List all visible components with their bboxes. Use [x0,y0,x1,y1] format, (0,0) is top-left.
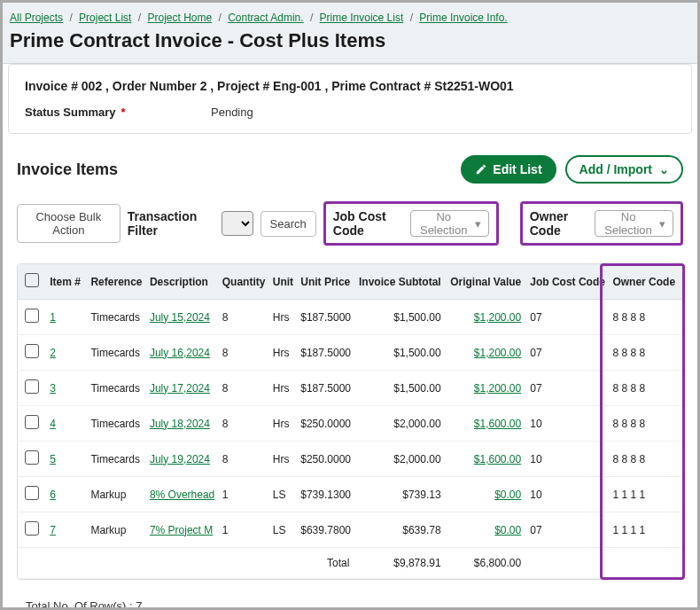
job-cost-code-filter: Job Cost Code No Selection ▾ [323,201,499,246]
cell-owner-code: 1 1 1 1 [609,477,682,512]
cell-subtotal: $2,000.00 [354,406,446,442]
cell-reference: Markup [87,477,145,512]
crumb-project-list[interactable]: Project List [79,12,131,24]
col-item: Item # [46,264,87,300]
original-value-link[interactable]: $0.00 [494,524,521,536]
crumb-contract-admin[interactable]: Contract Admin. [228,12,303,24]
cell-owner-code: 1 1 1 1 [609,512,682,548]
description-link[interactable]: July 16,2024 [150,347,210,359]
original-value-link[interactable]: $1,200.00 [474,382,521,395]
item-link[interactable]: 1 [50,311,56,324]
cell-jcc: 07 [526,335,609,371]
description-link[interactable]: July 17,2024 [150,382,210,395]
row-checkbox[interactable] [25,309,39,323]
cell-quantity: 1 [219,512,269,548]
item-link[interactable]: 2 [50,347,56,359]
crumb-prime-invoice-info[interactable]: Prime Invoice Info. [419,12,507,24]
row-checkbox[interactable] [25,415,39,429]
item-link[interactable]: 3 [50,382,56,395]
cell-quantity: 8 [219,335,269,371]
search-button[interactable]: Search [261,211,316,237]
row-checkbox[interactable] [25,379,39,394]
cell-reference: Timecards [87,442,145,477]
original-value-link[interactable]: $1,600.00 [474,418,521,430]
original-value-link[interactable]: $1,200.00 [474,347,521,359]
cell-unit: Hrs [269,371,298,406]
cell-quantity: 8 [219,300,269,335]
item-link[interactable]: 5 [50,453,56,465]
owner-code-filter: Owner Code No Selection ▾ [520,201,683,246]
cell-reference: Markup [87,512,145,548]
col-subtotal: Invoice Subtotal [354,264,446,300]
totals-label: Total [297,548,354,579]
crumb-project-home[interactable]: Project Home [147,12,212,24]
cell-reference: Timecards [87,406,145,442]
owner-code-label: Owner Code [530,209,589,238]
cell-jcc: 07 [526,371,609,406]
item-link[interactable]: 6 [50,489,56,501]
description-link[interactable]: July 18,2024 [150,418,210,430]
col-quantity: Quantity [219,264,269,300]
table-row: 4TimecardsJuly 18,20248Hrs$250.0000$2,00… [18,406,682,442]
crumb-prime-invoice-list[interactable]: Prime Invoice List [320,12,404,24]
crumb-all-projects[interactable]: All Projects [10,12,63,24]
page-title: Prime Contract Invoice - Cost Plus Items [10,29,690,59]
description-link[interactable]: 7% Project M [150,524,213,536]
cell-jcc: 10 [526,406,609,442]
cell-owner-code: 8 8 8 8 [609,371,682,406]
original-value-link[interactable]: $0.00 [494,489,521,501]
cell-quantity: 8 [219,371,269,406]
cell-owner-code: 8 8 8 8 [609,300,682,335]
cell-owner-code: 8 8 8 8 [609,335,682,371]
description-link[interactable]: July 15,2024 [150,311,210,324]
totals-subtotal: $9,878.91 [354,548,446,579]
cell-subtotal: $1,500.00 [354,335,446,371]
status-label: Status Summary* [25,106,211,119]
bulk-action-button[interactable]: Choose Bulk Action [17,204,121,243]
cell-jcc: 07 [526,300,609,335]
cell-unit: LS [269,512,298,548]
item-link[interactable]: 4 [50,418,56,430]
original-value-link[interactable]: $1,600.00 [474,453,521,465]
col-original: Original Value [447,264,527,300]
cell-quantity: 8 [219,442,269,477]
transaction-filter-label: Transaction Filter [128,209,214,238]
row-checkbox[interactable] [25,521,39,536]
cell-unit: LS [269,477,298,512]
cell-unit-price: $187.5000 [297,335,354,371]
cell-subtotal: $1,500.00 [354,300,446,335]
col-unit-price: Unit Price [297,264,354,300]
add-import-button[interactable]: Add / Import ⌄ [565,155,683,184]
description-link[interactable]: 8% Overhead [150,489,214,501]
owner-code-dropdown[interactable]: No Selection ▾ [595,210,673,237]
table-row: 3TimecardsJuly 17,20248Hrs$187.5000$1,50… [18,371,682,406]
col-reference: Reference [87,264,145,300]
row-checkbox[interactable] [25,486,39,500]
table-row: 2TimecardsJuly 16,20248Hrs$187.5000$1,50… [18,335,682,371]
pencil-icon [475,163,487,176]
caret-down-icon: ▾ [659,217,665,231]
row-checkbox[interactable] [25,450,39,465]
invoice-items-table: Item # Reference Description Quantity Un… [18,264,682,579]
cell-unit: Hrs [269,442,298,477]
select-all-checkbox[interactable] [25,273,39,287]
original-value-link[interactable]: $1,200.00 [474,311,521,324]
table-row: 1TimecardsJuly 15,20248Hrs$187.5000$1,50… [18,300,682,335]
row-checkbox[interactable] [25,344,39,358]
cell-subtotal: $639.78 [354,512,446,548]
item-link[interactable]: 7 [50,524,56,536]
description-link[interactable]: July 19,2024 [150,453,210,465]
job-cost-code-dropdown[interactable]: No Selection ▾ [410,210,489,237]
cell-unit-price: $639.7800 [297,512,354,548]
cell-unit: Hrs [269,406,298,442]
cell-reference: Timecards [87,300,145,335]
row-count: Total No. Of Row(s) : 7 [12,587,688,610]
job-cost-code-label: Job Cost Code [333,209,405,238]
transaction-filter-select[interactable] [222,211,253,236]
table-row: 7Markup7% Project M1LS$639.7800$639.78$0… [18,512,682,548]
col-description: Description [146,264,219,300]
cell-owner-code: 8 8 8 8 [609,406,682,442]
invoice-summary-card: Invoice # 002 , Order Number 2 , Project… [8,64,692,134]
edit-list-button[interactable]: Edit List [461,155,556,184]
chevron-down-icon: ⌄ [659,163,669,176]
